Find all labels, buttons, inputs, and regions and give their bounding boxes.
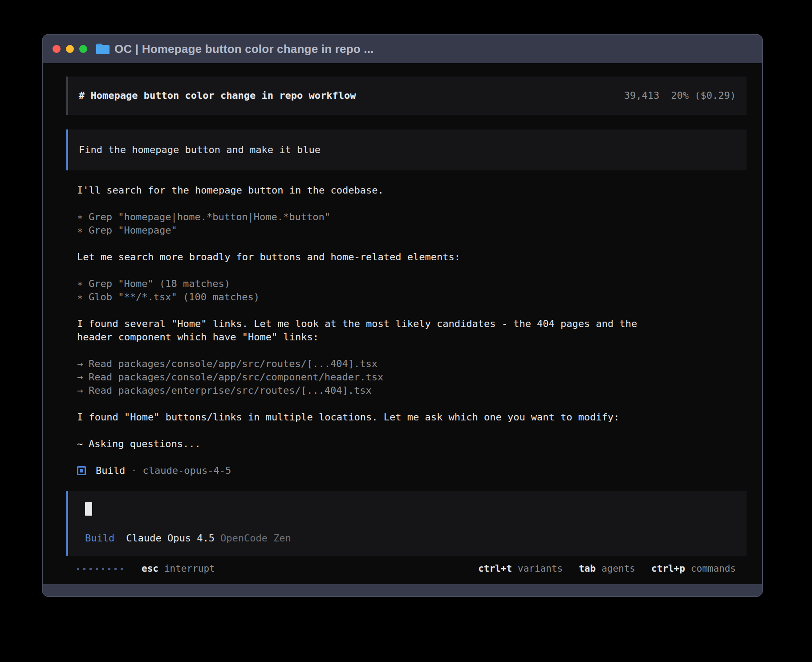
window-title: OC | Homepage button color change in rep… bbox=[114, 42, 374, 56]
model-provider-label: OpenCode Zen bbox=[220, 532, 291, 545]
folder-icon bbox=[96, 44, 110, 54]
session-header: # Homepage button color change in repo w… bbox=[66, 77, 747, 115]
context-usage-cost: 20% ($0.29) bbox=[671, 89, 736, 102]
tool-call-label: Read packages/enterprise/src/routes/[...… bbox=[89, 385, 372, 396]
agent-name: Build bbox=[96, 464, 125, 477]
agents-hint: tab agents bbox=[579, 562, 635, 575]
activity-status-text: Asking questions... bbox=[89, 438, 201, 449]
token-count: 39,413 bbox=[624, 89, 659, 102]
assistant-text: Let me search more broadly for buttons a… bbox=[77, 250, 747, 264]
agent-model: claude-opus-4-5 bbox=[142, 464, 231, 477]
spinner-dot bbox=[114, 568, 117, 570]
active-model-label[interactable]: Claude Opus 4.5 bbox=[126, 532, 215, 545]
tool-call-glob: ∗Glob "**/*.tsx" (100 matches) bbox=[77, 291, 747, 304]
agents-label: agents bbox=[601, 562, 635, 575]
user-message: Find the homepage button and make it blu… bbox=[66, 129, 747, 170]
tool-asterisk-icon: ∗ bbox=[77, 277, 89, 291]
tool-call-group: →Read packages/console/app/src/routes/[.… bbox=[77, 357, 747, 397]
assistant-text: I found "Home" buttons/links in multiple… bbox=[77, 411, 747, 424]
terminal-window: OC | Homepage button color change in rep… bbox=[43, 35, 762, 596]
window-bottom-edge bbox=[43, 584, 762, 596]
tool-call-label: Glob "**/*.tsx" (100 matches) bbox=[89, 291, 260, 303]
session-title: # Homepage button color change in repo w… bbox=[79, 89, 356, 102]
tool-call-group: ∗Grep "Home" (18 matches) ∗Glob "**/*.ts… bbox=[77, 277, 747, 304]
spinner-dot bbox=[89, 568, 92, 570]
interrupt-label: interrupt bbox=[164, 562, 215, 575]
user-message-text: Find the homepage button and make it blu… bbox=[79, 144, 321, 155]
spinner-dot bbox=[121, 568, 123, 570]
tool-call-label: Grep "Home" (18 matches) bbox=[89, 278, 230, 289]
tool-call-label: Read packages/console/app/src/component/… bbox=[89, 371, 383, 383]
tool-asterisk-icon: ∗ bbox=[77, 224, 89, 237]
commands-hint: ctrl+p commands bbox=[651, 562, 736, 575]
tab-key-label: tab bbox=[579, 562, 596, 575]
arrow-right-icon: → bbox=[77, 371, 89, 384]
tool-call-label: Read packages/console/app/src/routes/[..… bbox=[89, 358, 378, 369]
spinner-dots bbox=[77, 568, 123, 570]
assistant-output: I'll search for the homepage button in t… bbox=[66, 170, 747, 477]
esc-key-label: esc bbox=[142, 562, 158, 575]
tool-call-read: →Read packages/console/app/src/routes/[.… bbox=[77, 357, 747, 371]
tool-call-grep: ∗Grep "Homepage" bbox=[77, 224, 747, 237]
arrow-right-icon: → bbox=[77, 384, 89, 397]
status-bar: esc interrupt ctrl+t variants tab agents… bbox=[66, 562, 747, 575]
ctrl-t-key-label: ctrl+t bbox=[478, 562, 512, 575]
dot-separator: · bbox=[131, 464, 137, 477]
activity-status: ~Asking questions... bbox=[77, 437, 747, 451]
prompt-input[interactable]: Build Claude Opus 4.5 OpenCode Zen bbox=[66, 491, 747, 556]
variants-hint: ctrl+t variants bbox=[478, 562, 563, 575]
assistant-text: I'll search for the homepage button in t… bbox=[77, 184, 747, 197]
model-row: Build Claude Opus 4.5 OpenCode Zen bbox=[79, 532, 736, 545]
spinner-dot bbox=[102, 568, 104, 570]
ctrl-p-key-label: ctrl+p bbox=[651, 562, 685, 575]
tilde-icon: ~ bbox=[77, 437, 89, 451]
zoom-button[interactable] bbox=[79, 45, 87, 53]
spinner-dot bbox=[108, 568, 110, 570]
spinner-dot bbox=[83, 568, 85, 570]
active-agent-label[interactable]: Build bbox=[85, 532, 114, 545]
terminal-content[interactable]: # Homepage button color change in repo w… bbox=[43, 63, 762, 584]
spinner-dot bbox=[96, 568, 98, 570]
tool-call-read: →Read packages/enterprise/src/routes/[..… bbox=[77, 384, 747, 397]
tool-call-grep: ∗Grep "Home" (18 matches) bbox=[77, 277, 747, 291]
window-titlebar[interactable]: OC | Homepage button color change in rep… bbox=[43, 35, 762, 63]
minimize-button[interactable] bbox=[66, 45, 74, 53]
tool-call-grep: ∗Grep "homepage|home.*button|Home.*butto… bbox=[77, 210, 747, 224]
tool-asterisk-icon: ∗ bbox=[77, 291, 89, 304]
text-cursor bbox=[85, 502, 92, 516]
tool-call-group: ∗Grep "homepage|home.*button|Home.*butto… bbox=[77, 210, 747, 237]
agent-badge-row: Build · claude-opus-4-5 bbox=[77, 464, 747, 477]
traffic-lights bbox=[53, 45, 87, 53]
arrow-right-icon: → bbox=[77, 357, 89, 371]
interrupt-hint: esc interrupt bbox=[142, 562, 215, 575]
tool-asterisk-icon: ∗ bbox=[77, 210, 89, 224]
tool-call-read: →Read packages/console/app/src/component… bbox=[77, 371, 747, 384]
tool-call-label: Grep "homepage|home.*button|Home.*button… bbox=[89, 211, 330, 222]
spinner-dot bbox=[77, 568, 79, 570]
tool-call-label: Grep "Homepage" bbox=[89, 225, 177, 236]
build-agent-icon bbox=[77, 466, 86, 475]
assistant-text: I found several "Home" links. Let me loo… bbox=[77, 317, 747, 344]
session-stats: 39,413 20% ($0.29) bbox=[624, 89, 736, 102]
variants-label: variants bbox=[518, 562, 563, 575]
keyboard-hints: ctrl+t variants tab agents ctrl+p comman… bbox=[478, 562, 736, 575]
commands-label: commands bbox=[691, 562, 736, 575]
close-button[interactable] bbox=[53, 45, 61, 53]
